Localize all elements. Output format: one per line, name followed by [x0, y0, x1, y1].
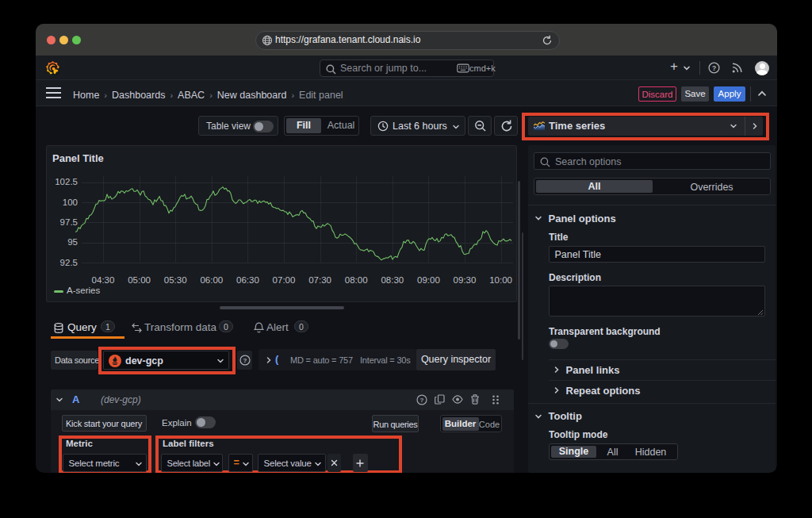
svg-text:?: ? — [243, 357, 247, 364]
svg-text:?: ? — [712, 64, 716, 72]
svg-text:?: ? — [420, 397, 424, 404]
